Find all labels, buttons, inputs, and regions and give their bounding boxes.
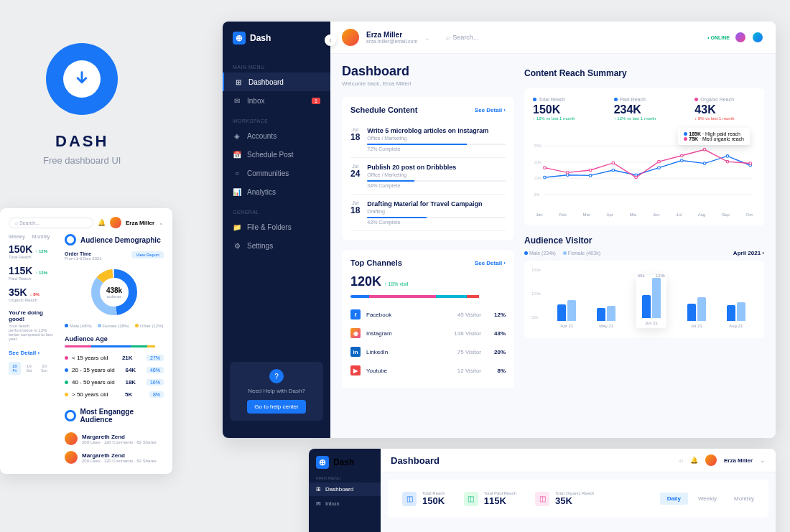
promo-subtitle: Free dashboard UI xyxy=(43,155,121,166)
svg-point-18 xyxy=(544,167,547,169)
page-header: Dashboard Welcome back, Erza Miller! xyxy=(342,64,514,87)
tab-daily[interactable]: Daily xyxy=(660,493,688,505)
user-email: erza.miller@email.com xyxy=(366,39,417,44)
channel-row[interactable]: ▶Youtube12 Visitor8% xyxy=(350,361,506,380)
reach-metric: Organic Reach43K↓ 8% vs last 1 month xyxy=(694,97,756,121)
card-title: Top Channels xyxy=(350,258,402,267)
svg-text:100k: 100k xyxy=(534,177,542,180)
dashboard-icon: ⊞ xyxy=(234,78,243,86)
view-report-button[interactable]: View Report xyxy=(131,251,164,258)
chevron-down-icon[interactable]: ⌄ xyxy=(760,457,766,464)
chevron-down-icon[interactable]: ⌄ xyxy=(424,34,430,42)
help-center-button[interactable]: Go to help center xyxy=(247,400,305,414)
demographic-donut-chart: 438kaudience xyxy=(88,266,140,318)
help-card: ? Need Help with Dash? Go to help center xyxy=(230,362,323,421)
period-selector[interactable]: April 2021 › xyxy=(733,250,764,256)
page-title: Dashboard xyxy=(342,64,514,79)
sidebar-item-accounts[interactable]: ◈Accounts xyxy=(223,126,330,145)
collapse-sidebar-button[interactable]: ‹ xyxy=(325,34,336,46)
channels-change: ↑ 18% visit xyxy=(384,281,408,286)
search-input[interactable]: ⌕ Search... xyxy=(9,218,93,228)
svg-point-14 xyxy=(680,159,683,162)
search-input[interactable]: ⌕Search... xyxy=(446,34,478,41)
svg-point-21 xyxy=(612,162,615,164)
audience-section: Audience Visitor Male (234k) Female (463… xyxy=(524,235,764,338)
bell-icon[interactable]: 🔔 xyxy=(690,457,698,464)
schedule-item[interactable]: Jul18Write 5 microblog articles on Insta… xyxy=(350,121,506,158)
reach-header: Content Reach Summary xyxy=(524,68,764,78)
logo-icon: ⊕ xyxy=(316,456,329,469)
tab-monthly[interactable]: Monthly xyxy=(727,493,761,505)
sidebar-item-settings[interactable]: ⚙Settings xyxy=(223,236,330,255)
brand[interactable]: ⊕ Dash xyxy=(223,32,330,45)
schedule-item[interactable]: Jul24Publish 20 post on DribbblesOffice … xyxy=(350,158,506,195)
communities-icon: ○ xyxy=(233,169,241,177)
svg-text:50k: 50k xyxy=(534,193,540,197)
tab-weekly[interactable]: Weekly xyxy=(691,493,724,505)
audience-item[interactable]: Margareth Zend200 Likes · 120 Comments ·… xyxy=(65,448,164,467)
chart-tooltip: 185K · High paid reach 75K · Med organic… xyxy=(678,128,750,145)
sidebar-item-communities[interactable]: ○Communities xyxy=(223,164,330,182)
avatar[interactable] xyxy=(342,29,359,46)
svg-point-13 xyxy=(658,167,661,169)
avatar[interactable] xyxy=(751,31,764,44)
channel-row[interactable]: ◉Instagram138 Visitor43% xyxy=(350,324,506,342)
folder-icon: 📁 xyxy=(233,223,241,231)
age-row: > 50 years old5K8% xyxy=(65,388,164,401)
bell-icon[interactable]: 🔔 xyxy=(98,219,106,226)
search-icon: ⌕ xyxy=(446,34,450,41)
search-icon[interactable]: ⌕ xyxy=(679,457,683,464)
svg-point-19 xyxy=(566,172,569,174)
ring-icon xyxy=(65,410,76,421)
avatar[interactable] xyxy=(110,217,121,228)
see-detail-link[interactable]: See Detail › xyxy=(9,350,55,356)
sidebar-item-inbox[interactable]: ✉Inbox1 xyxy=(223,91,330,110)
analytics-icon: 📊 xyxy=(233,187,241,196)
main-area: Erza Miller erza.miller@email.com ⌄ ⌕Sea… xyxy=(330,22,776,438)
sidebar-section: General xyxy=(223,207,330,218)
svg-point-22 xyxy=(635,176,638,179)
tab-monthly[interactable]: Monthly xyxy=(32,234,50,239)
svg-point-11 xyxy=(612,169,615,172)
age-row: < 15 years old21K27% xyxy=(65,352,164,364)
svg-text:150k: 150k xyxy=(534,161,542,164)
svg-point-20 xyxy=(589,169,592,172)
sidebar-item-dashboard[interactable]: ⊞Dashboard xyxy=(223,73,330,91)
channels-card: Top Channels See Detail › 120K↑ 18% visi… xyxy=(342,250,514,388)
see-detail-link[interactable]: See Detail › xyxy=(475,107,506,113)
sidebar-item-files[interactable]: 📁File & Folders xyxy=(223,218,330,236)
channel-row[interactable]: inLinkedIn75 Visitor20% xyxy=(350,342,506,361)
promo-brand: DASH Free dashboard UI xyxy=(43,43,121,166)
calendar-icon: 📅 xyxy=(233,150,241,159)
channel-row[interactable]: fFacebook45 Visitor12% xyxy=(350,305,506,324)
see-detail-link[interactable]: See Detail › xyxy=(475,260,506,266)
page-title: Dashboard xyxy=(391,455,440,466)
inbox-icon: ✉ xyxy=(233,96,241,105)
reach-metric: Paid Reach234K↑ 12% vs last 1 month xyxy=(614,97,675,121)
reach-title: Content Reach Summary xyxy=(524,68,764,78)
download-icon xyxy=(63,60,101,98)
avatar[interactable] xyxy=(734,31,747,44)
svg-point-23 xyxy=(658,160,661,163)
stat-pill: ◫Total Reach150K xyxy=(395,487,452,510)
sidebar-item-analytics[interactable]: 📊Analytics xyxy=(223,182,330,201)
sidebar-section: Workspace xyxy=(223,116,330,126)
preview-left-panel: ⌕ Search... 🔔 Erza Miller ⌄ WeeklyMonthl… xyxy=(0,208,172,474)
promo-logo xyxy=(46,43,118,115)
sidebar-section: MAIN MENU xyxy=(223,62,330,73)
svg-point-10 xyxy=(589,174,592,177)
sidebar-item-schedule[interactable]: 📅Schedule Post xyxy=(223,145,330,164)
schedule-card: Schedule Content See Detail › Jul18Write… xyxy=(342,97,514,240)
app-window: ⊕ Dash MAIN MENU ⊞Dashboard ✉Inbox1 Work… xyxy=(223,22,776,438)
user-name: Erza Miller xyxy=(366,31,417,39)
audience-item[interactable]: Margareth Zend200 Likes · 120 Comments ·… xyxy=(65,429,164,448)
preview-bottom-panel: ⊕Dash MAIN MENU ⊞ Dashboard ✉ Inbox Dash… xyxy=(309,449,776,532)
reach-metric: Total Reach150K↑ 12% vs last 1 month xyxy=(533,97,594,121)
tab-weekly[interactable]: Weekly xyxy=(9,234,25,239)
sidebar-item-inbox[interactable]: ✉ Inbox xyxy=(316,498,373,509)
chevron-down-icon[interactable]: ⌄ xyxy=(159,220,164,226)
sidebar-item-dashboard[interactable]: ⊞ Dashboard xyxy=(309,482,381,496)
help-icon: ? xyxy=(269,369,284,383)
schedule-item[interactable]: Jul18Drafting Material for Travel Campai… xyxy=(350,195,506,231)
avatar[interactable] xyxy=(705,454,717,466)
